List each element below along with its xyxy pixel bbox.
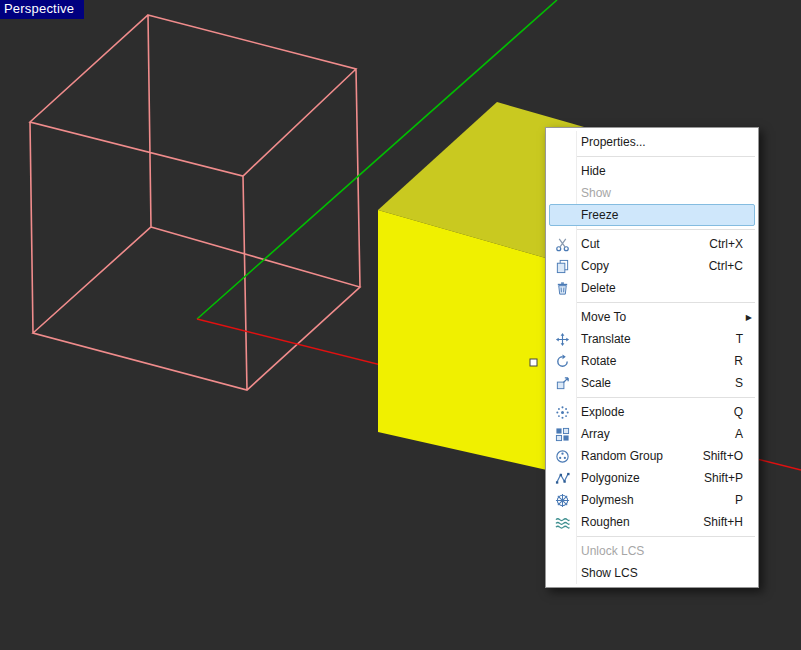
menu-item-label: Polygonize (577, 471, 704, 485)
menu-item-label: Roughen (577, 515, 703, 529)
menu-item-label: Properties... (577, 135, 757, 149)
polygonize-icon (547, 471, 577, 486)
menu-item-properties[interactable]: Properties... (547, 131, 757, 153)
menu-item-label: Explode (577, 405, 734, 419)
3d-viewport-window: Perspective Properties...HideShowFreezeC… (0, 0, 801, 650)
menu-item-array[interactable]: ArrayA (547, 423, 757, 445)
menu-item-shortcut: Shift+H (703, 515, 757, 529)
explode-icon (547, 405, 577, 420)
array-icon (547, 427, 577, 442)
menu-item-freeze[interactable]: Freeze (549, 204, 755, 226)
menu-item-shortcut: R (734, 354, 757, 368)
selection-handle[interactable] (530, 359, 537, 366)
menu-item-rotate[interactable]: RotateR (547, 350, 757, 372)
menu-separator (577, 156, 755, 157)
menu-item-shortcut: Ctrl+X (709, 237, 757, 251)
menu-item-show-lcs[interactable]: Show LCS (547, 562, 757, 584)
menu-item-delete[interactable]: Delete (547, 277, 757, 299)
random-group-icon (547, 449, 577, 464)
menu-item-label: Show LCS (577, 566, 757, 580)
menu-item-label: Scale (577, 376, 735, 390)
menu-item-label: Polymesh (577, 493, 735, 507)
menu-item-shortcut: P (735, 493, 757, 507)
wireframe-cube[interactable] (30, 15, 360, 390)
menu-item-polygonize[interactable]: PolygonizeShift+P (547, 467, 757, 489)
menu-separator (577, 397, 755, 398)
menu-item-shortcut: Ctrl+C (709, 259, 757, 273)
menu-item-unlock-lcs: Unlock LCS (547, 540, 757, 562)
menu-item-random-group[interactable]: Random GroupShift+O (547, 445, 757, 467)
menu-item-label: Hide (577, 164, 757, 178)
menu-item-label: Translate (577, 332, 736, 346)
menu-item-shortcut: Q (734, 405, 757, 419)
menu-item-copy[interactable]: CopyCtrl+C (547, 255, 757, 277)
menu-separator (577, 229, 755, 230)
submenu-arrow-icon: ▶ (746, 313, 752, 322)
menu-item-show: Show (547, 182, 757, 204)
menu-item-shortcut: S (735, 376, 757, 390)
context-menu: Properties...HideShowFreezeCutCtrl+XCopy… (545, 127, 759, 588)
menu-item-scale[interactable]: ScaleS (547, 372, 757, 394)
viewport-label-perspective[interactable]: Perspective (0, 0, 84, 19)
menu-item-polymesh[interactable]: PolymeshP (547, 489, 757, 511)
menu-item-label: Random Group (577, 449, 703, 463)
menu-item-label: Move To (577, 310, 757, 324)
menu-item-label: Freeze (577, 208, 754, 222)
menu-item-label: Delete (577, 281, 757, 295)
menu-item-label: Show (577, 186, 757, 200)
menu-separator (577, 536, 755, 537)
menu-item-translate[interactable]: TranslateT (547, 328, 757, 350)
menu-item-cut[interactable]: CutCtrl+X (547, 233, 757, 255)
menu-item-roughen[interactable]: RoughenShift+H (547, 511, 757, 533)
menu-item-shortcut: Shift+O (703, 449, 757, 463)
menu-item-label: Unlock LCS (577, 544, 757, 558)
menu-item-shortcut: Shift+P (704, 471, 757, 485)
menu-separator (577, 302, 755, 303)
menu-item-hide[interactable]: Hide (547, 160, 757, 182)
menu-item-label: Array (577, 427, 735, 441)
scissors-icon (547, 237, 577, 252)
menu-item-shortcut: A (735, 427, 757, 441)
polymesh-icon (547, 493, 577, 508)
menu-item-move-to[interactable]: Move To▶ (547, 306, 757, 328)
rotate-icon (547, 354, 577, 369)
scale-icon (547, 376, 577, 391)
roughen-icon (547, 515, 577, 530)
menu-item-label: Rotate (577, 354, 734, 368)
trash-icon (547, 281, 577, 296)
menu-item-label: Cut (577, 237, 709, 251)
menu-item-shortcut: T (736, 332, 757, 346)
menu-item-explode[interactable]: ExplodeQ (547, 401, 757, 423)
copy-icon (547, 259, 577, 274)
menu-item-label: Copy (577, 259, 709, 273)
context-menu-items: Properties...HideShowFreezeCutCtrl+XCopy… (547, 131, 757, 584)
translate-icon (547, 332, 577, 347)
